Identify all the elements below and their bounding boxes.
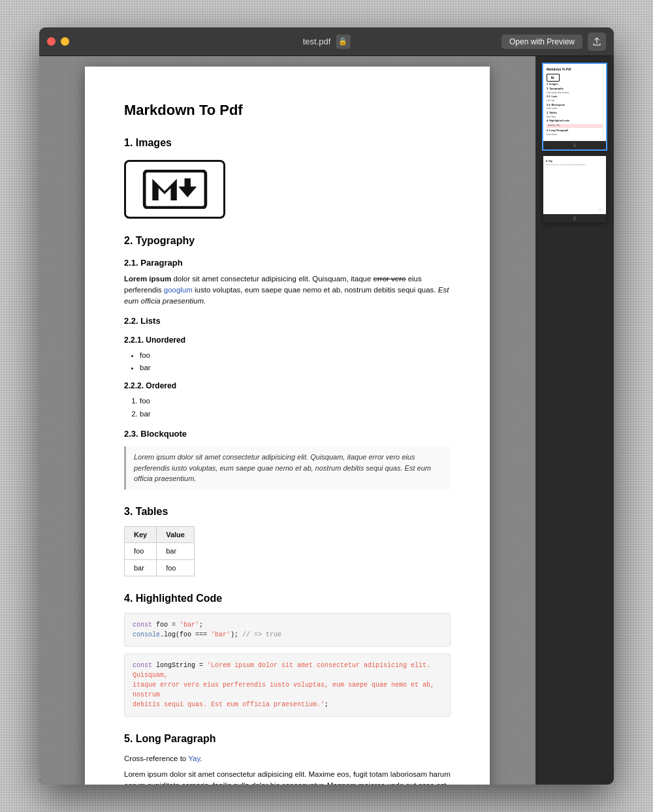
lock-icon[interactable]: 🔒 — [336, 35, 350, 49]
thumbnails-sidebar: Markdown To Pdf M↓ 1. Images 2. Typograp… — [535, 56, 614, 785]
googlum-link[interactable]: googlum — [164, 286, 193, 294]
thumbnail-page-2[interactable]: 6. Yay Lorem ipsum dolor sit amet consec… — [543, 156, 606, 223]
section-2-2-1-heading: 2.2.1. Unordered — [124, 334, 451, 346]
yay-link[interactable]: Yay — [188, 755, 200, 762]
titlebar-right: Open with Preview — [502, 33, 606, 51]
table-header-key: Key — [125, 526, 157, 543]
section-2-2-heading: 2.2. Lists — [124, 315, 451, 328]
pdf-page: Markdown To Pdf 1. Images 2. Typography … — [85, 67, 490, 785]
titlebar: test.pdf 🔒 Open with Preview — [39, 27, 614, 56]
thumbnail-page-1[interactable]: Markdown To Pdf M↓ 1. Images 2. Typograp… — [543, 64, 606, 149]
content-area: Markdown To Pdf 1. Images 2. Typography … — [39, 56, 614, 785]
blockquote: Lorem ipsum dolor sit amet consectetur a… — [124, 446, 451, 490]
table-cell: foo — [125, 543, 157, 560]
section-2-2-2-heading: 2.2.2. Ordered — [124, 380, 451, 392]
app-window: test.pdf 🔒 Open with Preview Markdown To… — [39, 27, 614, 785]
list-item: bar — [140, 409, 451, 420]
open-with-preview-button[interactable]: Open with Preview — [502, 35, 582, 49]
unordered-list: foo bar — [124, 350, 451, 374]
section-1-heading: 1. Images — [124, 135, 451, 151]
data-table: Key Value foo bar bar foo — [124, 526, 195, 577]
table-cell: bar — [125, 559, 157, 576]
list-item: foo — [140, 350, 451, 361]
share-button[interactable] — [588, 33, 606, 51]
section-5-heading: 5. Long Paragraph — [124, 731, 451, 747]
section-2-1-heading: 2.1. Paragraph — [124, 257, 451, 270]
list-item: bar — [140, 362, 451, 373]
close-button[interactable] — [47, 37, 56, 46]
file-title: test.pdf — [303, 37, 331, 46]
table-cell: bar — [157, 543, 195, 560]
section-3-heading: 3. Tables — [124, 504, 451, 520]
strikethrough-text: error vero — [374, 275, 406, 283]
doc-title: Markdown To Pdf — [124, 99, 451, 121]
pdf-viewer[interactable]: Markdown To Pdf 1. Images 2. Typography … — [39, 56, 535, 785]
table-cell: foo — [157, 559, 195, 576]
long-paragraph: Lorem ipsum dolor sit amet consectetur a… — [124, 769, 451, 785]
table-row: foo bar — [125, 543, 195, 560]
titlebar-center: test.pdf 🔒 — [303, 35, 351, 49]
paragraph-2-1: Lorem ipsum dolor sit amet consectetur a… — [124, 273, 451, 307]
code-block-1: const foo = 'bar'; console.log(foo === '… — [124, 613, 451, 647]
minimize-button[interactable] — [61, 37, 69, 46]
section-2-3-heading: 2.3. Blockquote — [124, 428, 451, 441]
traffic-lights — [47, 37, 69, 46]
code-block-2: const longString = 'Lorem ipsum dolor si… — [124, 653, 451, 717]
cross-reference: Cross-reference to Yay. — [124, 753, 451, 764]
section-2-heading: 2. Typography — [124, 233, 451, 249]
section-4-heading: 4. Highlighted Code — [124, 591, 451, 606]
table-row: bar foo — [125, 559, 195, 576]
table-header-value: Value — [157, 526, 195, 543]
markdown-logo — [124, 160, 225, 219]
list-item: foo — [140, 396, 451, 407]
ordered-list: foo bar — [124, 396, 451, 420]
